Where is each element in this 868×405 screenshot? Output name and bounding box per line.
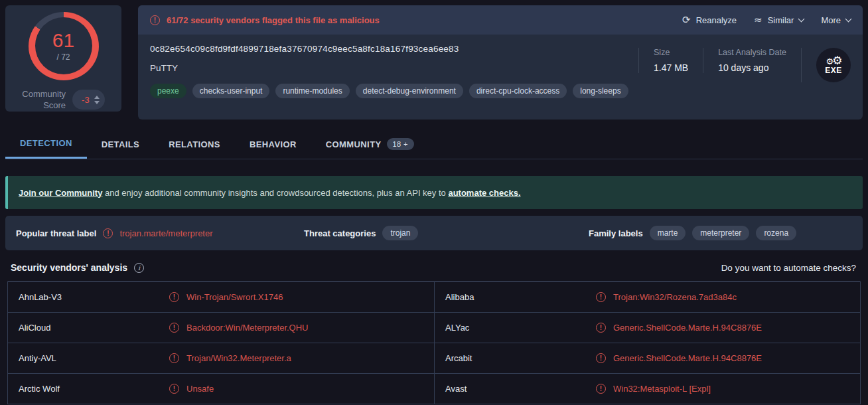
community-score-value: -3 xyxy=(82,95,90,105)
tab-detection[interactable]: DETECTION xyxy=(5,129,87,159)
vendor-result: ! Win-Trojan/Swrort.X1746 xyxy=(169,292,283,302)
malicious-banner-message: ! 61/72 security vendors flagged this fi… xyxy=(150,15,380,25)
alert-icon: ! xyxy=(596,353,606,363)
alert-icon: ! xyxy=(150,15,160,25)
threat-categories-group: Threat categories trojan xyxy=(304,226,589,240)
vendor-result: ! Generic.ShellCode.Marte.H.94C8876E xyxy=(596,323,762,333)
threat-label-card: Popular threat label ! trojan.marte/mete… xyxy=(5,216,863,250)
vendor-result: ! Trojan/Win32.Meterpreter.a xyxy=(169,353,291,363)
vote-down-icon[interactable] xyxy=(94,101,100,104)
tag-runtime-modules[interactable]: runtime-modules xyxy=(275,84,349,98)
alert-icon: ! xyxy=(169,353,179,363)
tab-relations[interactable]: RELATIONS xyxy=(154,129,235,159)
family-label-meterpreter[interactable]: meterpreter xyxy=(692,226,749,240)
detection-ratio-ring: 61 / 72 xyxy=(29,12,99,80)
malicious-banner-text: 61/72 security vendors flagged this file… xyxy=(167,15,380,25)
community-score-stepper[interactable]: -3 xyxy=(72,90,105,110)
virustotal-detection-page: 61 / 72 Community Score -3 xyxy=(0,0,868,405)
tag-long-sleeps[interactable]: long-sleeps xyxy=(573,84,628,98)
vendor-name: Arcabit xyxy=(435,353,596,363)
vendors-section-title: Security vendors' analysis xyxy=(11,262,127,273)
alert-icon: ! xyxy=(169,292,179,302)
tab-details[interactable]: DETAILS xyxy=(87,129,154,159)
threat-category-trojan[interactable]: trojan xyxy=(382,226,418,240)
alert-icon: ! xyxy=(103,228,113,238)
vendors-title-group: Security vendors' analysis i xyxy=(11,262,144,273)
last-analysis-block: Last Analysis Date 10 days ago xyxy=(703,48,801,73)
similar-icon: ≈ xyxy=(754,14,762,26)
join-banner-text: Join our Community and enjoy additional … xyxy=(19,188,521,198)
vendor-cell: ALYac ! Generic.ShellCode.Marte.H.94C887… xyxy=(434,313,860,343)
vendor-result: ! Trojan:Win32/Rozena.7ad3a84c xyxy=(596,292,737,302)
detection-score-card: 61 / 72 Community Score -3 xyxy=(5,5,121,112)
vendor-cell: Alibaba ! Trojan:Win32/Rozena.7ad3a84c xyxy=(434,282,860,312)
file-meta: Size 1.47 MB Last Analysis Date 10 days … xyxy=(638,44,851,98)
header-row: 61 / 72 Community Score -3 xyxy=(5,5,863,120)
vendor-name: AhnLab-V3 xyxy=(8,292,169,302)
popular-threat-label-value: trojan.marte/meterpreter xyxy=(119,228,212,238)
family-label-marte[interactable]: marte xyxy=(650,226,686,240)
file-type-block: ⚙⚙ EXE xyxy=(801,48,851,82)
table-row: Arctic Wolf ! Unsafe Avast ! Win32:Metas… xyxy=(8,374,860,404)
file-size-block: Size 1.47 MB xyxy=(638,48,703,73)
vendor-cell: AliCloud ! Backdoor:Win/Meterpreter.QHU xyxy=(8,313,434,343)
vendors-section-header: Security vendors' analysis i Do you want… xyxy=(5,250,863,282)
community-score-arrows xyxy=(94,96,100,104)
malicious-banner: ! 61/72 security vendors flagged this fi… xyxy=(138,5,863,35)
reanalyze-icon: ⟳ xyxy=(682,14,691,26)
vendor-result: ! Generic.ShellCode.Marte.H.94C8876E xyxy=(596,353,762,363)
more-button[interactable]: More xyxy=(821,15,851,25)
vendor-cell: Arctic Wolf ! Unsafe xyxy=(8,374,434,404)
exe-file-type-icon: ⚙⚙ EXE xyxy=(816,48,851,82)
vendor-cell: AhnLab-V3 ! Win-Trojan/Swrort.X1746 xyxy=(8,282,434,312)
family-label-rozena[interactable]: rozena xyxy=(756,226,796,240)
vendor-name: Antiy-AVL xyxy=(8,353,169,363)
detections-total: / 72 xyxy=(56,52,70,62)
vendor-cell: Avast ! Win32:Metasploit-L [Expl] xyxy=(434,374,860,404)
vendor-result: ! Win32:Metasploit-L [Expl] xyxy=(596,384,711,394)
reanalyze-button[interactable]: ⟳ Reanalyze xyxy=(682,14,737,26)
alert-icon: ! xyxy=(596,292,606,302)
size-label: Size xyxy=(654,48,688,57)
tag-detect-debug-environment[interactable]: detect-debug-environment xyxy=(356,84,463,98)
last-analysis-value: 10 days ago xyxy=(718,62,786,73)
gears-icon: ⚙⚙ xyxy=(826,55,841,66)
family-labels-group: Family labels marte meterpreter rozena xyxy=(589,226,852,240)
alert-icon: ! xyxy=(169,323,179,333)
community-score-row: Community Score -3 xyxy=(22,88,104,112)
automate-checks-prompt[interactable]: Do you want to automate checks? xyxy=(721,263,856,273)
vendor-cell: Antiy-AVL ! Trojan/Win32.Meterpreter.a xyxy=(8,343,434,373)
vote-up-icon[interactable] xyxy=(94,96,100,99)
info-icon[interactable]: i xyxy=(134,263,144,273)
vendor-cell: Arcabit ! Generic.ShellCode.Marte.H.94C8… xyxy=(434,343,860,373)
community-count-badge: 18 + xyxy=(387,138,414,150)
vendor-name: AliCloud xyxy=(8,323,169,333)
file-identity: 0c82e654c09c8fd9fdf4899718efa37670974c9e… xyxy=(150,44,638,98)
chevron-down-icon xyxy=(798,15,805,22)
tab-community[interactable]: COMMUNITY 18 + xyxy=(311,129,429,159)
file-hash: 0c82e654c09c8fd9fdf4899718efa37670974c9e… xyxy=(150,44,638,54)
vendors-table: AhnLab-V3 ! Win-Trojan/Swrort.X1746 Alib… xyxy=(7,282,861,404)
exe-badge-text: EXE xyxy=(825,66,842,75)
alert-icon: ! xyxy=(596,384,606,394)
join-community-link[interactable]: Join our Community xyxy=(19,188,102,198)
automate-checks-link[interactable]: automate checks. xyxy=(448,188,520,198)
vendor-name: ALYac xyxy=(435,323,596,333)
similar-button[interactable]: ≈ Similar xyxy=(754,14,804,26)
popular-threat-label-title: Popular threat label xyxy=(16,228,96,238)
file-name: PuTTY xyxy=(150,63,638,73)
file-tags: peexe checks-user-input runtime-modules … xyxy=(150,84,638,98)
file-details: 0c82e654c09c8fd9fdf4899718efa37670974c9e… xyxy=(138,35,863,98)
size-value: 1.47 MB xyxy=(654,62,688,73)
family-labels-title: Family labels xyxy=(589,228,643,238)
join-community-banner: Join our Community and enjoy additional … xyxy=(5,176,863,209)
tag-checks-user-input[interactable]: checks-user-input xyxy=(192,84,270,98)
vendor-name: Avast xyxy=(435,384,596,394)
vendor-name: Alibaba xyxy=(435,292,596,302)
tab-bar: DETECTION DETAILS RELATIONS BEHAVIOR COM… xyxy=(5,129,863,159)
tag-direct-cpu-clock-access[interactable]: direct-cpu-clock-access xyxy=(469,84,567,98)
tab-behavior[interactable]: BEHAVIOR xyxy=(235,129,311,159)
alert-icon: ! xyxy=(169,384,179,394)
community-score-label: Community Score xyxy=(22,88,66,112)
tag-peexe[interactable]: peexe xyxy=(150,84,186,98)
